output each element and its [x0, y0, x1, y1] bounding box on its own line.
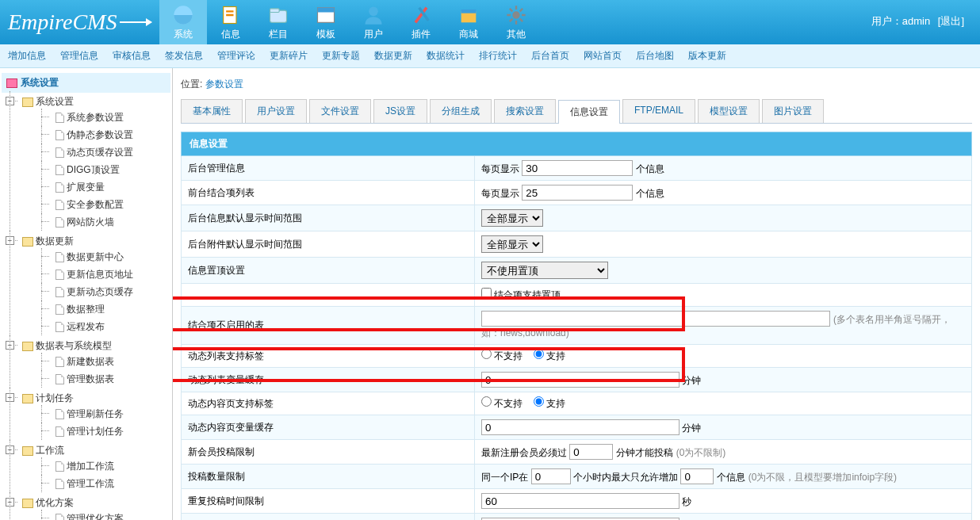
tab-3[interactable]: JS设置: [373, 99, 427, 123]
nav-shop[interactable]: 商城: [445, 0, 492, 44]
input-post-hours[interactable]: [531, 468, 571, 484]
toggle-icon[interactable]: −: [6, 236, 14, 245]
tree-item-0-5[interactable]: 安全参数配置: [22, 196, 170, 213]
file-icon: [56, 147, 64, 158]
chk-combo-top-label[interactable]: 结合项支持置顶: [481, 289, 561, 300]
tree-item-1-1[interactable]: 更新信息页地址: [22, 266, 170, 283]
tree-group-4[interactable]: −工作流增加工作流管理工作流: [2, 442, 170, 494]
tree-group-5[interactable]: −优化方案管理优化方案: [2, 494, 170, 520]
opt-dynlist-yes[interactable]: 支持: [534, 350, 565, 361]
tree-item-4-1[interactable]: 管理工作流: [22, 475, 170, 492]
row-backend-pages: 后台管理信息 每页显示 个信息: [182, 156, 972, 181]
svg-rect-5: [318, 7, 335, 12]
subnav-12[interactable]: 后台地图: [636, 49, 674, 63]
tree-item-0-1[interactable]: 伪静态参数设置: [22, 126, 170, 143]
opt-dyncontent-yes[interactable]: 支持: [534, 398, 565, 409]
tabs: 基本属性用户设置文件设置JS设置分组生成搜索设置信息设置FTP/EMAIL模型设…: [181, 99, 972, 124]
subnav-9[interactable]: 排行统计: [479, 49, 517, 63]
nav-system[interactable]: 系统: [159, 0, 207, 44]
tab-9[interactable]: 图片设置: [762, 99, 824, 123]
label: 新会员投稿限制: [182, 440, 475, 465]
folder-icon: [22, 342, 33, 351]
subnav-3[interactable]: 签发信息: [165, 49, 203, 63]
tree-item-0-6[interactable]: 网站防火墙: [22, 213, 170, 231]
toggle-icon[interactable]: −: [6, 498, 14, 507]
tab-5[interactable]: 搜索设置: [494, 99, 556, 123]
row-dyncontent-tag: 动态内容页支持标签 不支持 支持: [182, 392, 972, 415]
tab-7[interactable]: FTP/EMAIL: [622, 99, 695, 123]
tree-group-3[interactable]: −计划任务管理刷新任务管理计划任务: [2, 389, 170, 442]
file-icon: [56, 479, 64, 489]
tree-group-0[interactable]: −系统设置系统参数设置伪静态参数设置动态页缓存设置DIGG顶设置扩展变量安全参数…: [2, 93, 170, 232]
tree-group-1[interactable]: −数据更新数据更新中心更新信息页地址更新动态页缓存数据整理远程发布: [2, 232, 170, 337]
subnav-4[interactable]: 管理评论: [217, 49, 255, 63]
row-repeat-limit: 重复投稿时间限制 秒: [182, 489, 972, 514]
tree-item-1-2[interactable]: 更新动态页缓存: [22, 283, 170, 300]
subnav-1[interactable]: 管理信息: [60, 49, 98, 63]
toggle-icon[interactable]: −: [6, 341, 14, 350]
chk-combo-top[interactable]: [481, 288, 492, 298]
tree-item-1-4[interactable]: 远程发布: [22, 318, 170, 335]
tab-8[interactable]: 模型设置: [698, 99, 760, 123]
nav-template[interactable]: 模板: [302, 0, 350, 44]
input-dynlist-cache[interactable]: [481, 372, 679, 388]
label: 后台附件默认显示时间范围: [182, 231, 475, 258]
tree-item-5-0[interactable]: 管理优化方案: [22, 510, 170, 520]
nav-plugin[interactable]: 插件: [397, 0, 445, 44]
subnav-10[interactable]: 后台首页: [531, 49, 569, 63]
opt-dyncontent-no[interactable]: 不支持: [481, 398, 523, 409]
tree-item-0-3[interactable]: DIGG顶设置: [22, 161, 170, 178]
subnav-6[interactable]: 更新专题: [322, 49, 360, 63]
tree-item-0-4[interactable]: 扩展变量: [22, 178, 170, 196]
subnav-7[interactable]: 数据更新: [374, 49, 412, 63]
input-newmember-min[interactable]: [569, 444, 613, 460]
tree-item-1-3[interactable]: 数据整理: [22, 300, 170, 318]
tab-4[interactable]: 分组生成: [430, 99, 492, 123]
nav-other[interactable]: 其他: [492, 0, 540, 44]
nav-info[interactable]: 信息: [207, 0, 255, 44]
subnav-2[interactable]: 审核信息: [113, 49, 151, 63]
row-info-timerange: 后台信息默认显示时间范围 全部显示: [182, 205, 972, 231]
tree-item-0-2[interactable]: 动态页缓存设置: [22, 143, 170, 161]
nav-user[interactable]: 用户: [350, 0, 397, 44]
input-post-max[interactable]: [680, 468, 714, 484]
select-top[interactable]: 不使用置顶: [481, 262, 608, 279]
tab-1[interactable]: 用户设置: [245, 99, 307, 123]
svg-rect-3: [270, 8, 280, 12]
input-backend-pagesize[interactable]: [522, 160, 633, 176]
subnav-8[interactable]: 数据统计: [427, 49, 465, 63]
tree-item-3-1[interactable]: 管理计划任务: [22, 422, 170, 440]
select-info-timerange[interactable]: 全部显示: [481, 209, 543, 227]
toggle-icon[interactable]: −: [6, 393, 14, 402]
suffix: 个信息: [636, 163, 664, 174]
tree-item-0-0[interactable]: 系统参数设置: [22, 109, 170, 126]
tab-6[interactable]: 信息设置: [558, 100, 620, 124]
nav-column[interactable]: 栏目: [255, 0, 302, 44]
select-attach-timerange[interactable]: 全部显示: [481, 235, 543, 253]
svg-point-6: [369, 6, 379, 16]
input-repeat-sec[interactable]: [481, 493, 679, 509]
file-icon: [56, 287, 64, 297]
row-edit-limit: 投稿信息修改时间限制： 分钟(0为不限制): [182, 514, 972, 521]
subnav-11[interactable]: 网站首页: [584, 49, 622, 63]
input-disabled-tables[interactable]: [481, 311, 830, 327]
tree-group-2[interactable]: −数据表与系统模型新建数据表管理数据表: [2, 337, 170, 389]
tree-item-2-1[interactable]: 管理数据表: [22, 370, 170, 388]
subnav-13[interactable]: 版本更新: [688, 49, 726, 63]
toggle-icon[interactable]: −: [6, 445, 14, 454]
input-front-pagesize[interactable]: [522, 185, 633, 201]
tab-2[interactable]: 文件设置: [309, 99, 371, 123]
subnav-0[interactable]: 增加信息: [8, 49, 46, 63]
file-icon: [56, 217, 64, 228]
tree-item-2-0[interactable]: 新建数据表: [22, 353, 170, 370]
tab-0[interactable]: 基本属性: [181, 99, 243, 123]
breadcrumb-link[interactable]: 参数设置: [205, 78, 243, 90]
logout-link[interactable]: [退出]: [938, 15, 964, 27]
tree-item-3-0[interactable]: 管理刷新任务: [22, 405, 170, 422]
toggle-icon[interactable]: −: [6, 97, 14, 105]
opt-dynlist-no[interactable]: 不支持: [481, 350, 523, 361]
tree-item-1-0[interactable]: 数据更新中心: [22, 248, 170, 266]
subnav-5[interactable]: 更新碎片: [270, 49, 308, 63]
tree-item-4-0[interactable]: 增加工作流: [22, 457, 170, 475]
input-dyncontent-cache[interactable]: [481, 419, 679, 435]
